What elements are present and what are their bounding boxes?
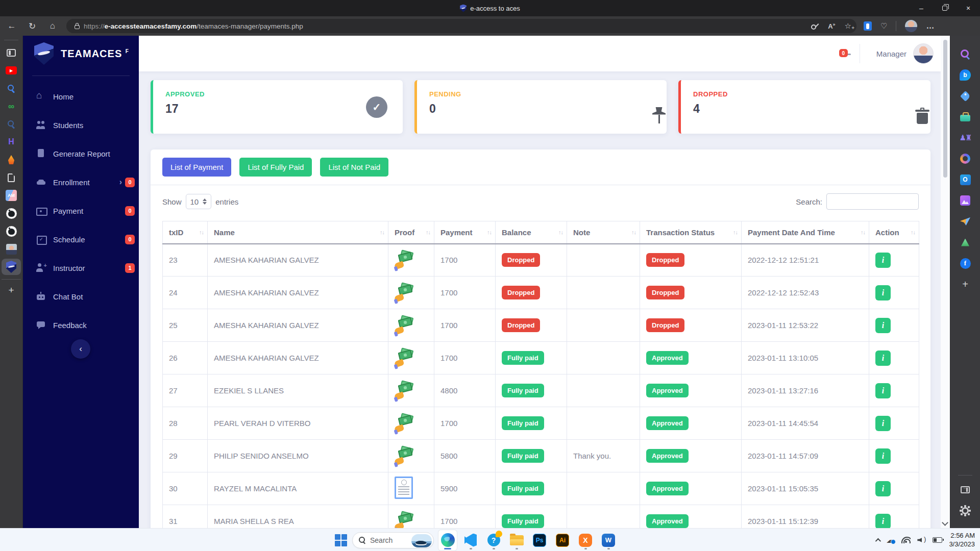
column-header[interactable]: Proof <box>388 221 434 244</box>
sidebar-item-generate-report[interactable]: Generate Report <box>23 139 139 168</box>
extension-icon[interactable] <box>864 21 872 31</box>
hidden-icons-chevron[interactable] <box>875 538 881 543</box>
more-menu-icon[interactable]: … <box>926 21 935 31</box>
onedrive-icon[interactable]: ☁ <box>886 535 895 545</box>
sidebar-settings-icon[interactable] <box>962 507 969 514</box>
vertical-tab[interactable] <box>2 80 21 96</box>
read-aloud-icon[interactable]: A» <box>828 22 835 30</box>
taskbar-app-button[interactable]: Ai <box>553 530 572 550</box>
lock-icon[interactable] <box>75 25 80 29</box>
vertical-tab[interactable] <box>2 223 21 239</box>
vertical-tab[interactable] <box>2 116 21 132</box>
cash-proof-thumbnail[interactable] <box>395 315 415 334</box>
edge-sidebar-button[interactable] <box>959 48 972 60</box>
info-action-button[interactable]: i <box>875 253 891 268</box>
vertical-tab[interactable]: H <box>2 134 21 150</box>
drop-icon[interactable] <box>960 217 970 226</box>
sidebar-collapse-button[interactable]: ‹ <box>71 339 90 359</box>
vscode-taskbar-icon[interactable] <box>464 534 477 547</box>
taskbar-app-button[interactable]: ? <box>484 530 503 550</box>
info-action-button[interactable]: i <box>875 285 891 300</box>
taskbar-clock[interactable]: 2:56 AM 3/3/2023 <box>949 532 975 549</box>
column-header[interactable]: Name <box>208 221 388 244</box>
vertical-tabs-toggle-icon[interactable] <box>7 49 16 57</box>
vertical-tab[interactable] <box>2 241 21 257</box>
cash-proof-thumbnail[interactable] <box>395 511 415 528</box>
sidebar-search-icon[interactable] <box>961 49 970 59</box>
sidebar-item-students[interactable]: Students <box>23 111 139 139</box>
open-sidebar-panel-icon[interactable] <box>961 486 970 493</box>
cash-proof-thumbnail[interactable] <box>395 348 415 366</box>
taskbar-app-button[interactable]: X <box>576 530 595 550</box>
back-button[interactable]: ← <box>3 18 20 34</box>
edge-sidebar-button[interactable] <box>959 194 972 207</box>
tools-icon[interactable] <box>960 115 970 121</box>
list-of-payment-button[interactable]: List of Payment <box>162 158 231 177</box>
page-size-select[interactable]: 10 <box>186 194 212 209</box>
wifi-icon[interactable] <box>901 537 911 543</box>
sidebar-item-enrollment[interactable]: Enrollment › 0 <box>23 168 139 196</box>
search-tab-icon[interactable] <box>7 84 15 92</box>
column-header[interactable]: Balance <box>496 221 567 244</box>
scrollbar-thumb[interactable] <box>943 40 947 178</box>
document-tab-icon[interactable] <box>8 173 15 182</box>
info-action-button[interactable]: i <box>875 383 891 398</box>
user-role-label[interactable]: Manager <box>876 49 906 58</box>
flame-site-tab-icon[interactable] <box>7 155 15 164</box>
info-action-button[interactable]: i <box>875 481 891 496</box>
home-button[interactable]: ⌂ <box>44 18 61 34</box>
address-bar[interactable]: https://e-accessteamacesfamy.com/teamace… <box>66 19 856 33</box>
word-taskbar-icon[interactable]: W <box>602 534 615 547</box>
active-shield-tab-icon[interactable] <box>6 261 16 273</box>
scroll-down-icon[interactable] <box>942 519 948 526</box>
sidebar-item-feedback[interactable]: Feedback <box>23 311 139 339</box>
edge-sidebar-button[interactable]: b <box>959 69 972 81</box>
vertical-tab[interactable] <box>2 152 21 168</box>
user-avatar[interactable] <box>913 43 934 64</box>
column-header[interactable]: Transaction Status <box>640 221 742 244</box>
list-of-fully-paid-button[interactable]: List of Fully Paid <box>239 158 312 177</box>
password-icon[interactable] <box>811 22 819 30</box>
sidebar-item-schedule[interactable]: Schedule 0 <box>23 225 139 254</box>
browser-essentials-icon[interactable]: ♡ <box>880 21 887 31</box>
add-to-sidebar-button[interactable]: + <box>962 279 968 290</box>
microsoft-365-icon[interactable] <box>960 154 970 164</box>
sidebar-item-home[interactable]: Home <box>23 82 139 111</box>
vertical-tab[interactable]: ▶ <box>2 62 21 79</box>
start-button[interactable] <box>334 534 348 547</box>
profile-photo-tab-icon[interactable] <box>6 244 17 255</box>
edge-sidebar-button[interactable] <box>959 111 972 123</box>
info-action-button[interactable]: i <box>875 318 891 333</box>
list-of-not-paid-button[interactable]: List of Not Paid <box>320 158 388 177</box>
edge-sidebar-button[interactable]: O <box>959 173 972 186</box>
edge-sidebar-button[interactable] <box>959 236 972 248</box>
search-input[interactable] <box>826 193 919 210</box>
cash-proof-thumbnail[interactable] <box>395 446 415 464</box>
cash-proof-thumbnail[interactable] <box>395 413 415 432</box>
shopping-icon[interactable] <box>960 90 970 101</box>
taskbar-app-button[interactable]: Ps <box>530 530 549 550</box>
vertical-tab[interactable] <box>2 205 21 221</box>
new-tab-button[interactable]: + <box>8 285 14 296</box>
vertical-tab[interactable] <box>2 44 21 61</box>
am-site-tab-icon[interactable]: AM <box>6 190 17 201</box>
facebook-icon[interactable]: f <box>960 258 971 269</box>
tree-icon[interactable] <box>961 239 969 246</box>
page-scrollbar[interactable] <box>941 36 950 528</box>
taskbar-app-button[interactable] <box>461 530 480 550</box>
column-header[interactable]: txID <box>163 221 208 244</box>
battery-icon[interactable] <box>933 537 942 543</box>
xampp-taskbar-icon[interactable]: X <box>579 534 592 547</box>
vertical-tab[interactable]: AM <box>2 187 21 204</box>
column-header[interactable]: Note <box>567 221 640 244</box>
sidebar-item-instructor[interactable]: Instructor 1 <box>23 254 139 282</box>
github-tab-2-icon[interactable] <box>6 226 17 237</box>
vertical-tab[interactable]: + <box>2 279 21 297</box>
help-taskbar-icon[interactable]: ? <box>487 534 500 546</box>
taskbar-app-button[interactable] <box>438 530 457 550</box>
favorite-star-icon[interactable]: ☆+ <box>845 22 851 30</box>
edge-sidebar-button[interactable] <box>959 215 972 228</box>
taskbar-app-button[interactable] <box>507 530 526 550</box>
outlook-icon[interactable]: O <box>960 174 971 185</box>
cash-proof-thumbnail[interactable] <box>395 250 415 268</box>
